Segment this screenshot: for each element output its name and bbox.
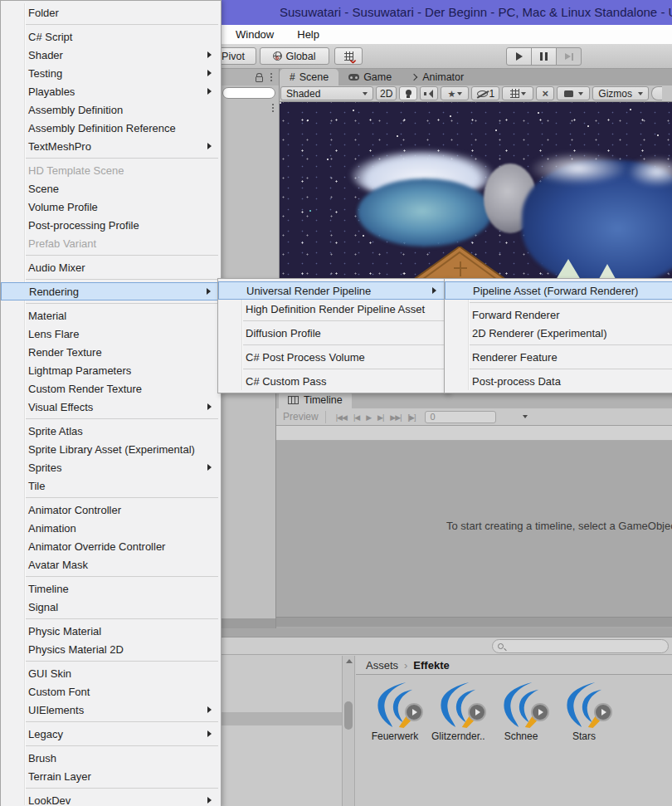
scene-lighting-button[interactable] (399, 86, 417, 100)
menu-item-c-custom-pass[interactable]: C# Custom Pass (218, 372, 446, 390)
menu-item-lens-flare[interactable]: Lens Flare (1, 325, 221, 343)
tab-timeline[interactable]: Timeline (279, 392, 352, 408)
menubar-item-window[interactable]: Window (236, 28, 274, 41)
menu-item-shader[interactable]: Shader (1, 46, 221, 64)
frame-field[interactable] (425, 411, 496, 423)
breadcrumb-current[interactable]: Effekte (413, 659, 449, 672)
project-folder-tree[interactable] (222, 656, 342, 806)
menu-item-uielements[interactable]: UIElements (1, 701, 221, 719)
menu-item-signal[interactable]: Signal (1, 598, 221, 616)
menu-item-sprites[interactable]: Sprites (1, 458, 221, 476)
menu-item-post-process-data[interactable]: Post-process Data (445, 372, 672, 390)
menu-item-audio-mixer[interactable]: Audio Mixer (1, 258, 221, 276)
menu-item-visual-effects[interactable]: Visual Effects (1, 398, 221, 416)
menu-item-volume-profile[interactable]: Volume Profile (1, 198, 221, 216)
menu-item-2d-renderer-experimental[interactable]: 2D Renderer (Experimental) (445, 324, 672, 342)
hierarchy-kebab-icon[interactable] (272, 107, 274, 109)
menu-item-physic-material[interactable]: Physic Material (1, 622, 221, 640)
lock-icon[interactable] (256, 76, 263, 82)
scene-search-field[interactable] (651, 86, 662, 100)
asset-play-button[interactable] (531, 703, 549, 721)
transport-goto-end-button[interactable]: ▶▶| (387, 413, 404, 422)
shading-mode-dropdown[interactable]: Shaded (280, 86, 373, 100)
scene-effects-button[interactable]: ★ (441, 86, 469, 100)
menu-item-timeline[interactable]: Timeline (1, 579, 221, 598)
menu-item-avatar-mask[interactable]: Avatar Mask (1, 555, 221, 574)
menu-item-folder[interactable]: Folder (1, 3, 221, 22)
menu-item-material[interactable]: Material (1, 306, 221, 325)
scrollbar-thumb[interactable] (344, 701, 353, 730)
project-search-field[interactable] (492, 639, 669, 653)
menu-item-gui-skin[interactable]: GUI Skin (1, 664, 221, 682)
scene-audio-button[interactable] (420, 86, 438, 100)
asset-play-button[interactable] (405, 703, 423, 721)
transport-next-frame-button[interactable]: ▶| (374, 413, 387, 422)
selected-folder-row[interactable] (222, 712, 342, 725)
menu-item-c-post-process-volume[interactable]: C# Post Process Volume (218, 348, 446, 366)
breadcrumb-assets[interactable]: Assets (366, 659, 398, 672)
asset-schnee[interactable]: Schnee (494, 681, 548, 742)
menu-item-animation[interactable]: Animation (1, 519, 221, 537)
global-toggle-button[interactable]: Global (260, 47, 329, 65)
menu-item-sprite-atlas[interactable]: Sprite Atlas (1, 422, 221, 440)
tab-game[interactable]: Game (338, 69, 402, 85)
menu-item-physics-material-2d[interactable]: Physics Material 2D (1, 640, 221, 658)
menu-item-rendering[interactable]: Rendering (1, 282, 221, 300)
project-search-input[interactable] (507, 641, 668, 652)
menu-item-diffusion-profile[interactable]: Diffusion Profile (218, 324, 446, 342)
gizmos-dropdown[interactable]: Gizmos (592, 86, 649, 100)
hierarchy-search-input[interactable] (222, 87, 275, 99)
menu-item-assembly-definition-reference[interactable]: Assembly Definition Reference (1, 119, 221, 137)
2d-toggle-button[interactable]: 2D (376, 86, 397, 100)
menu-item-animator-override-controller[interactable]: Animator Override Controller (1, 537, 221, 555)
menu-item-scene[interactable]: Scene (1, 179, 221, 198)
menu-item-pipeline-asset-forward-renderer[interactable]: Pipeline Asset (Forward Renderer) (445, 281, 672, 300)
transport-goto-start-button[interactable]: |◀◀ (333, 413, 350, 422)
menu-item-lightmap-parameters[interactable]: Lightmap Parameters (1, 361, 221, 379)
play-button[interactable] (506, 47, 532, 66)
scene-visibility-button[interactable]: 1 (471, 86, 499, 100)
menu-item-renderer-feature[interactable]: Renderer Feature (445, 348, 672, 366)
tab-animator[interactable]: Animator (402, 69, 474, 85)
menu-item-c-script[interactable]: C# Script (1, 27, 221, 46)
menu-item-render-texture[interactable]: Render Texture (1, 343, 221, 361)
transport-prev-frame-button[interactable]: |◀ (350, 413, 363, 422)
menu-item-tile[interactable]: Tile (1, 476, 221, 495)
menu-item-high-definition-render-pipeline-asset[interactable]: High Definition Render Pipeline Asset (218, 300, 446, 318)
asset-feuerwerk[interactable]: Feuerwerk (368, 681, 421, 742)
menu-item-forward-renderer[interactable]: Forward Renderer (445, 305, 672, 324)
timeline-content[interactable]: To start creating a timeline, select a G… (276, 441, 672, 617)
menu-item-animator-controller[interactable]: Animator Controller (1, 501, 221, 519)
component-tools-button[interactable]: × (536, 86, 554, 100)
scroll-up-icon[interactable] (346, 659, 353, 663)
asset-stars[interactable]: Stars (558, 681, 611, 742)
menu-item-universal-render-pipeline[interactable]: Universal Render Pipeline (218, 281, 446, 300)
timeline-options-dropdown[interactable] (514, 411, 536, 423)
step-button[interactable] (556, 47, 582, 66)
tab-scene[interactable]: # Scene (280, 69, 338, 85)
menu-item-sprite-library-asset-experimental[interactable]: Sprite Library Asset (Experimental) (1, 440, 221, 458)
menu-item-post-processing-profile[interactable]: Post-processing Profile (1, 216, 221, 234)
asset-play-button[interactable] (468, 703, 486, 721)
menu-item-brush[interactable]: Brush (1, 749, 221, 767)
menu-item-testing[interactable]: Testing (1, 64, 221, 82)
panel-menu-icon[interactable] (270, 76, 272, 78)
preview-toggle[interactable]: Preview (283, 411, 319, 423)
asset-play-button[interactable] (594, 703, 612, 721)
menubar-item-help[interactable]: Help (297, 28, 319, 41)
menu-item-legacy[interactable]: Legacy (1, 725, 221, 743)
scene-camera-button[interactable] (557, 86, 590, 100)
menu-item-playables[interactable]: Playables (1, 82, 221, 100)
menu-item-lookdev[interactable]: LookDev (1, 791, 221, 806)
transport-play-range-button[interactable]: [▶] (405, 413, 419, 422)
transport-play-button[interactable]: ▶ (363, 413, 374, 422)
menu-item-custom-render-texture[interactable]: Custom Render Texture (1, 379, 221, 398)
project-tree-scrollbar[interactable] (342, 656, 355, 806)
asset-glitzernder[interactable]: Glitzernder... (431, 681, 485, 742)
grid-snap-button[interactable] (334, 47, 363, 65)
menu-item-terrain-layer[interactable]: Terrain Layer (1, 767, 221, 785)
pause-button[interactable] (531, 47, 557, 66)
scene-grid-toggle[interactable] (502, 86, 533, 100)
menu-item-custom-font[interactable]: Custom Font (1, 682, 221, 701)
menu-item-assembly-definition[interactable]: Assembly Definition (1, 100, 221, 119)
